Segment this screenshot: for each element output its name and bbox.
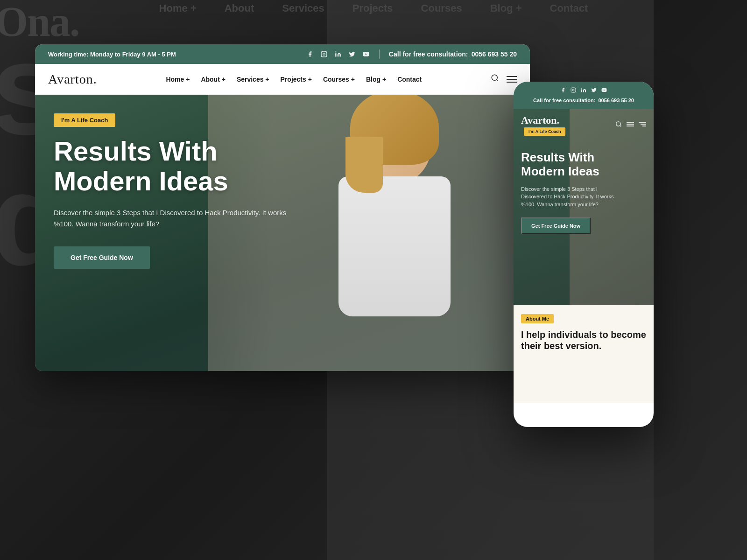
svg-point-3 — [335, 51, 336, 52]
nav-projects[interactable]: Projects + — [281, 76, 312, 83]
mobile-consultation-label: Call for free consultation: — [533, 98, 595, 103]
desktop-logo: Avarton. — [48, 72, 97, 87]
instagram-icon[interactable] — [320, 50, 328, 58]
mobile-consultation: Call for free consultation: 0056 693 55 … — [521, 98, 646, 103]
working-time: Working time: Monday to Friday 9 AM - 5 … — [48, 51, 176, 58]
divider — [379, 49, 380, 59]
svg-point-12 — [616, 122, 620, 126]
about-title: I help individuals to become their best … — [521, 329, 646, 351]
bg-nav-home: Home + — [159, 2, 197, 14]
working-time-label: Working time: — [48, 51, 88, 58]
about-badge: About Me — [521, 314, 554, 323]
youtube-icon[interactable] — [362, 50, 370, 58]
svg-rect-9 — [581, 90, 582, 92]
mobile-search-icon[interactable] — [615, 121, 622, 129]
twitter-icon[interactable] — [348, 50, 356, 58]
desktop-navbar: Avarton. Home + About + Services + Proje… — [35, 64, 530, 95]
mobile-hero: Avarton. I'm A Life Coach Results WithMo… — [514, 109, 654, 305]
mobile-consultation-phone: 0056 693 55 20 — [598, 98, 634, 103]
mobile-logo: Avarton. — [521, 114, 565, 126]
svg-point-8 — [572, 89, 574, 91]
nav-about[interactable]: About + — [201, 76, 226, 83]
mobile-twitter-icon[interactable] — [591, 87, 597, 95]
bg-nav-about: About — [225, 2, 254, 14]
nav-blog[interactable]: Blog + — [366, 76, 386, 83]
desktop-nav-links: Home + About + Services + Projects + Cou… — [166, 76, 422, 83]
life-coach-badge: I'm A Life Coach — [54, 113, 115, 127]
mobile-cta-button[interactable]: Get Free Guide Now — [521, 217, 591, 234]
svg-rect-0 — [321, 51, 327, 57]
svg-rect-7 — [571, 88, 576, 92]
mobile-social-icons — [521, 87, 646, 95]
svg-rect-2 — [335, 53, 336, 56]
hero-title: Results WithModern Ideas — [54, 136, 287, 196]
bg-nav-services: Services — [282, 2, 324, 14]
mobile-facebook-icon[interactable] — [560, 87, 566, 95]
cta-button[interactable]: Get Free Guide Now — [54, 246, 150, 269]
mobile-hero-description: Discover the simple 3 Steps that I Disco… — [521, 185, 614, 209]
desktop-top-bar: Working time: Monday to Friday 9 AM - 5 … — [35, 44, 530, 64]
svg-line-13 — [620, 126, 621, 127]
nav-contact[interactable]: Contact — [397, 76, 422, 83]
woman-figure — [296, 95, 493, 371]
search-icon[interactable] — [491, 74, 499, 84]
mobile-youtube-icon[interactable] — [601, 87, 607, 95]
mobile-nav-icons — [615, 121, 646, 129]
svg-point-10 — [581, 88, 582, 89]
consultation-label: Call for free consultation: — [389, 50, 468, 58]
mobile-hero-title: Results WithModern Ideas — [521, 151, 614, 179]
mobile-menu-icon[interactable] — [627, 121, 634, 129]
consultation-text: Call for free consultation: 0056 693 55 … — [389, 50, 517, 58]
desktop-mockup: Working time: Monday to Friday 9 AM - 5 … — [35, 44, 530, 371]
working-time-value: Monday to Friday 9 AM - 5 PM — [90, 51, 176, 58]
mobile-mockup: Call for free consultation: 0056 693 55 … — [514, 82, 654, 427]
mobile-linkedin-icon[interactable] — [581, 87, 586, 95]
social-icons — [306, 50, 370, 58]
svg-line-6 — [496, 79, 498, 81]
nav-services[interactable]: Services + — [237, 76, 269, 83]
mobile-logo-area: Avarton. I'm A Life Coach — [521, 114, 565, 136]
mobile-hamburger-icon[interactable] — [639, 121, 646, 129]
nav-courses[interactable]: Courses + — [323, 76, 355, 83]
mobile-instagram-icon[interactable] — [571, 87, 576, 95]
mobile-top-bar: Call for free consultation: 0056 693 55 … — [514, 82, 654, 109]
svg-point-5 — [492, 75, 497, 80]
woman-body — [338, 176, 451, 316]
hero-content: I'm A Life Coach Results WithModern Idea… — [54, 113, 287, 269]
top-bar-right: Call for free consultation: 0056 693 55 … — [306, 49, 517, 59]
mobile-about-section: About Me I help individuals to become th… — [514, 305, 654, 403]
woman-hair — [350, 95, 439, 165]
nav-home[interactable]: Home + — [166, 76, 190, 83]
facebook-icon[interactable] — [306, 50, 314, 58]
hamburger-icon[interactable] — [507, 76, 517, 83]
consultation-phone: 0056 693 55 20 — [472, 50, 517, 58]
hero-description: Discover the simple 3 Steps that I Disco… — [54, 207, 287, 230]
mobile-hero-badge: I'm A Life Coach — [524, 127, 565, 136]
mobile-hero-content: Results WithModern Ideas Discover the si… — [521, 151, 614, 234]
mobile-nav: Avarton. I'm A Life Coach — [514, 109, 654, 140]
linkedin-icon[interactable] — [334, 50, 342, 58]
desktop-hero: I'm A Life Coach Results WithModern Idea… — [35, 95, 530, 371]
nav-icons — [491, 74, 517, 84]
